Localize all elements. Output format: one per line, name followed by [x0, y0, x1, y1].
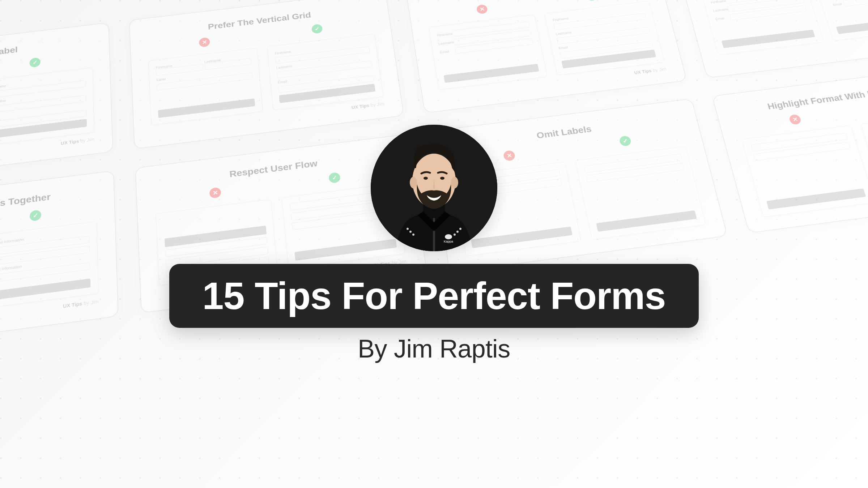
svg-point-5 [459, 228, 461, 230]
author-avatar: Kappa [371, 125, 497, 251]
svg-point-8 [445, 234, 452, 239]
svg-point-12 [451, 177, 458, 188]
svg-point-2 [407, 228, 409, 230]
svg-point-11 [410, 177, 417, 188]
main-title: 15 Tips For Perfect Forms [203, 274, 666, 317]
svg-point-7 [454, 234, 456, 236]
svg-text:Kappa: Kappa [444, 240, 453, 243]
title-box: 15 Tips For Perfect Forms [169, 264, 699, 328]
main-content: Kappa 15 Tips [0, 0, 868, 488]
byline: By Jim Raptis [358, 334, 510, 363]
svg-point-3 [409, 231, 412, 233]
svg-point-6 [456, 231, 459, 233]
svg-point-4 [412, 234, 414, 236]
svg-point-13 [424, 177, 428, 180]
svg-point-14 [440, 177, 444, 180]
